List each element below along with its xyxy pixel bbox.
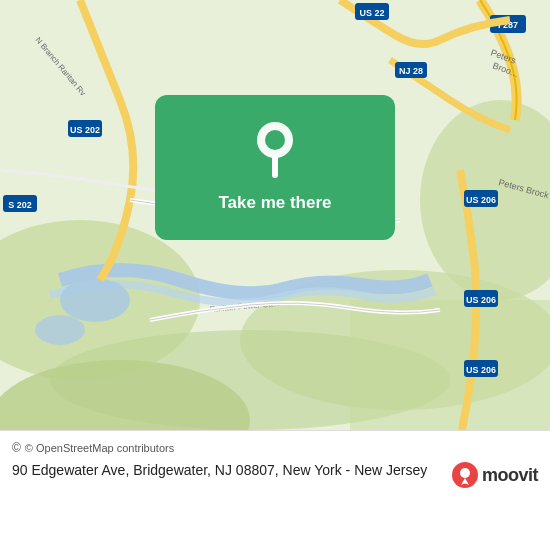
- svg-point-8: [35, 315, 85, 345]
- map-view: I 287 US 22 NJ 28 US 202 S 202 US 206 US…: [0, 0, 550, 430]
- svg-text:US 202: US 202: [70, 125, 100, 135]
- svg-rect-5: [350, 300, 550, 430]
- moovit-logo: moovit: [451, 461, 538, 489]
- address-text: 90 Edgewater Ave, Bridgewater, NJ 08807,…: [12, 461, 441, 481]
- svg-text:NJ 28: NJ 28: [399, 66, 423, 76]
- map-svg: I 287 US 22 NJ 28 US 202 S 202 US 206 US…: [0, 0, 550, 430]
- svg-text:US 206: US 206: [466, 195, 496, 205]
- svg-point-38: [460, 468, 470, 478]
- moovit-icon-svg: [451, 461, 479, 489]
- svg-text:US 206: US 206: [466, 295, 496, 305]
- svg-text:S 202: S 202: [8, 200, 32, 210]
- address-row: 90 Edgewater Ave, Bridgewater, NJ 08807,…: [12, 461, 538, 489]
- moovit-wordmark: moovit: [482, 465, 538, 486]
- copyright-text: © OpenStreetMap contributors: [25, 442, 174, 454]
- svg-text:Take me there: Take me there: [218, 193, 331, 212]
- svg-text:US 206: US 206: [466, 365, 496, 375]
- svg-point-32: [265, 130, 285, 150]
- copyright-row: © © OpenStreetMap contributors: [12, 441, 538, 455]
- svg-point-7: [60, 278, 130, 322]
- svg-text:US 22: US 22: [359, 8, 384, 18]
- copyright-icon: ©: [12, 441, 21, 455]
- footer: © © OpenStreetMap contributors 90 Edgewa…: [0, 430, 550, 550]
